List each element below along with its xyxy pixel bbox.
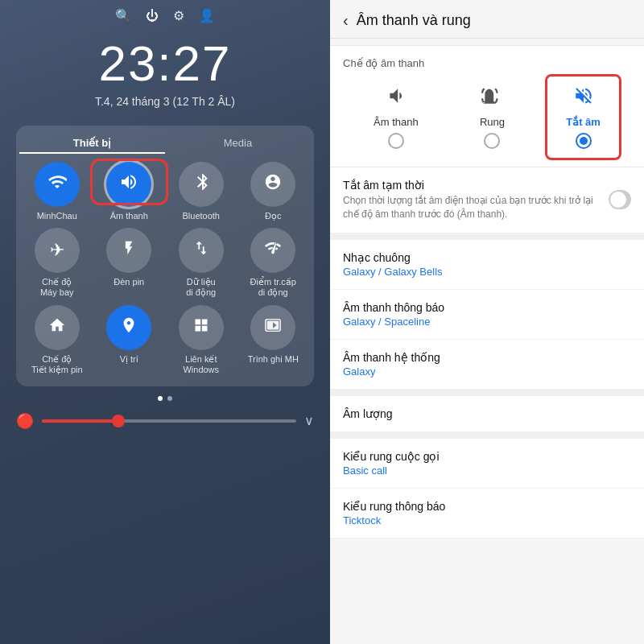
qs-item-tiet-kiem: Chế độ Tiết kiệm pin (24, 305, 90, 375)
volume-icon: 🔴 (16, 412, 34, 430)
search-icon[interactable]: 🔍 (115, 8, 131, 23)
qs-btn-lien-ket[interactable] (179, 305, 224, 350)
left-panel: 🔍 ⏻ ⚙ 👤 23:27 T.4, 24 tháng 3 (12 Th 2 Â… (0, 0, 330, 644)
am-thanh-he-thong-title: Âm thanh hệ thống (343, 351, 631, 364)
qs-btn-am-thanh[interactable] (106, 162, 151, 207)
setting-am-luong[interactable]: Âm lượng (330, 396, 644, 432)
qs-label-am-thanh: Âm thanh (110, 211, 148, 221)
kieu-rung-cuoc-goi-value: Basic call (343, 464, 631, 477)
sound-mode-rung[interactable]: Rung (467, 79, 518, 155)
power-icon[interactable]: ⏻ (146, 9, 159, 23)
setting-am-thanh-thong-bao[interactable]: Âm thanh thông báo Galaxy / Spaceline (330, 290, 644, 340)
tat-am-tam-thoi-toggle[interactable] (609, 190, 631, 209)
qs-label-diem-trcap: Điểm tr.cấp di động (250, 277, 296, 298)
qs-btn-trinh-ghi[interactable] (250, 305, 295, 350)
setting-am-thanh-he-thong[interactable]: Âm thanh hệ thống Galaxy (330, 340, 644, 390)
setting-kieu-rung-cuoc-goi[interactable]: Kiểu rung cuộc gọi Basic call (330, 439, 644, 489)
setting-nhac-chuong[interactable]: Nhạc chuông Galaxy / Galaxy Bells (330, 240, 644, 290)
dot-2 (167, 396, 172, 401)
rung-label: Rung (480, 116, 505, 128)
qs-label-vi-tri: Vị trí (120, 354, 138, 365)
tat-am-radio[interactable] (576, 133, 592, 149)
qs-grid-row1: MinhChau Âm thanh (19, 162, 311, 221)
pagination (158, 396, 172, 401)
sound-mode-tat-am[interactable]: Tắt âm (553, 79, 613, 155)
qs-grid-row2: ✈ Chế độ Máy bay Đèn pin (19, 228, 311, 298)
volume-chevron[interactable]: ∨ (304, 413, 314, 428)
divider-3 (330, 432, 644, 439)
rp-header: ‹ Âm thanh và rung (330, 0, 644, 39)
qs-label-may-bay: Chế độ Máy bay (40, 277, 74, 298)
volume-fill (42, 419, 118, 423)
qs-label-doc: Đọc (265, 211, 281, 221)
screen-record-icon (264, 316, 282, 339)
rung-radio[interactable] (484, 133, 500, 149)
qs-btn-doc[interactable] (250, 162, 295, 207)
qs-grid-row3: Chế độ Tiết kiệm pin Vị trí (19, 305, 311, 375)
toggle-knob (610, 192, 626, 208)
qs-item-vi-tri: Vị trí (97, 305, 163, 375)
qs-btn-du-lieu[interactable] (179, 228, 224, 273)
kieu-rung-thong-bao-value: Ticktock (343, 514, 631, 526)
qs-btn-wifi[interactable] (35, 162, 80, 207)
sound-mode-am-thanh[interactable]: Âm thanh (361, 79, 431, 155)
volume-thumb[interactable] (112, 415, 125, 427)
kieu-rung-thong-bao-title: Kiểu rung thông báo (343, 500, 631, 513)
volume-track[interactable] (42, 419, 296, 423)
page-title: Âm thanh và rung (357, 12, 471, 29)
qs-btn-den-pin[interactable] (106, 228, 151, 273)
tab-media[interactable]: Media (165, 134, 311, 154)
sound-mode-section: Chế độ âm thanh Âm thanh Rung (330, 45, 644, 167)
am-luong-title: Âm lượng (343, 407, 631, 420)
wifi-icon (47, 172, 67, 196)
data-icon (192, 239, 210, 262)
qs-item-du-lieu: Dữ liệu di động (168, 228, 234, 298)
clock-time: 23:27 (95, 35, 235, 92)
setting-kieu-rung-thong-bao[interactable]: Kiểu rung thông báo Ticktock (330, 489, 644, 539)
settings-icon[interactable]: ⚙ (173, 8, 184, 23)
back-button[interactable]: ‹ (343, 11, 349, 30)
qs-label-du-lieu: Dữ liệu di động (186, 277, 216, 298)
dot-1 (158, 396, 163, 401)
qs-item-den-pin: Đèn pin (97, 228, 163, 298)
user-icon[interactable]: 👤 (199, 8, 215, 23)
am-thanh-he-thong-value: Galaxy (343, 365, 631, 378)
sound-icon (119, 172, 138, 196)
qs-label-tiet-kiem: Chế độ Tiết kiệm pin (31, 354, 83, 375)
doc-icon (264, 173, 282, 196)
qs-label-minhchau: MinhChau (37, 211, 77, 221)
qs-btn-bluetooth[interactable] (179, 162, 224, 207)
tat-am-tam-thoi-title: Tắt âm tạm thời (343, 179, 609, 192)
tat-am-radio-inner (580, 137, 588, 145)
qs-label-trinh-ghi: Trình ghi MH (248, 354, 299, 365)
qs-item-may-bay: ✈ Chế độ Máy bay (24, 228, 90, 298)
qs-btn-vi-tri[interactable] (106, 305, 151, 350)
qs-btn-may-bay[interactable]: ✈ (35, 228, 80, 273)
bluetooth-icon (193, 172, 209, 196)
qs-btn-tiet-kiem[interactable] (35, 305, 80, 350)
setting-tat-am-tam-thoi: Tắt âm tạm thời Chọn thời lượng tắt âm đ… (330, 167, 644, 233)
qs-item-minhchau: MinhChau (24, 162, 90, 221)
qs-item-diem-trcap: Điểm tr.cấp di động (241, 228, 307, 298)
quick-settings-panel: Thiết bị Media MinhChau (16, 126, 314, 386)
airplane-icon: ✈ (50, 240, 64, 261)
qs-tabs: Thiết bị Media (19, 134, 311, 154)
am-thanh-thong-bao-value: Galaxy / Spaceline (343, 316, 631, 328)
qs-item-doc: Đọc (241, 162, 307, 221)
sound-mode-title: Chế độ âm thanh (343, 57, 631, 69)
qs-btn-diem-trcap[interactable] (250, 228, 295, 273)
am-thanh-radio[interactable] (388, 133, 404, 149)
nhac-chuong-value: Galaxy / Galaxy Bells (343, 266, 631, 278)
hotspot-icon (264, 239, 282, 262)
windows-icon (193, 317, 209, 338)
sound-modes: Âm thanh Rung (343, 79, 631, 155)
qs-item-bluetooth: Bluetooth (168, 162, 234, 221)
tab-thiet-bi[interactable]: Thiết bị (19, 134, 165, 154)
tat-am-icon (573, 85, 594, 111)
qs-item-trinh-ghi: Trình ghi MH (241, 305, 307, 375)
status-bar: 🔍 ⏻ ⚙ 👤 (0, 0, 330, 27)
location-icon (120, 316, 138, 339)
qs-label-den-pin: Đèn pin (114, 277, 144, 287)
qs-label-lien-ket: Liên kết Windows (183, 354, 219, 375)
qs-label-bluetooth: Bluetooth (183, 211, 220, 221)
